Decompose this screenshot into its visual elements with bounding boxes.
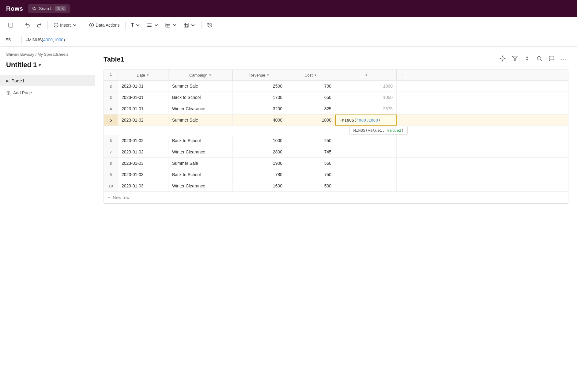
col-header-a[interactable]: Date ▼: [118, 70, 168, 80]
cell-e6[interactable]: [335, 135, 397, 146]
cell-c7[interactable]: 2800: [233, 146, 286, 157]
row-num-4: 4: [104, 103, 118, 114]
row-num-6: 6: [104, 135, 118, 146]
redo-button[interactable]: [34, 21, 44, 30]
undo-button[interactable]: [22, 21, 33, 30]
search-table-button[interactable]: [535, 54, 544, 65]
cell-c6[interactable]: 1000: [233, 135, 286, 146]
cell-c10[interactable]: 1600: [233, 180, 286, 191]
sidebar-toggle-button[interactable]: [6, 21, 16, 30]
cell-a6[interactable]: 2023-01-02: [118, 135, 168, 146]
svg-rect-2: [9, 23, 13, 27]
cell-d8[interactable]: 560: [286, 158, 335, 169]
cell-d2[interactable]: 700: [286, 81, 335, 92]
sort-button[interactable]: [522, 54, 532, 65]
autocomplete-hint-row: MINUS(value1, value2): [104, 126, 568, 135]
data-actions-button[interactable]: Data Actions: [86, 21, 122, 30]
col-header-d[interactable]: Cost ▼: [286, 70, 335, 80]
cell-d7[interactable]: 745: [286, 146, 335, 157]
add-column-button[interactable]: +: [397, 70, 408, 80]
data-actions-label: Data Actions: [96, 23, 120, 28]
add-page-icon: ⊕: [6, 89, 11, 96]
format-chevron-icon: [172, 22, 177, 28]
row-num-10: 10: [104, 180, 118, 191]
cell-d10[interactable]: 500: [286, 180, 335, 191]
cell-a8[interactable]: 2023-01-03: [118, 158, 168, 169]
col-header-c[interactable]: Revenue ▼: [233, 70, 286, 80]
history-button[interactable]: [205, 21, 215, 30]
col-header-b[interactable]: Campaign ▼: [168, 70, 233, 80]
table-row-selected: 5 2023-01-02 Summer Sale 4000 1000 =MINU…: [104, 115, 568, 126]
cell-b9[interactable]: Back to School: [168, 169, 233, 180]
search-label: Search: [39, 6, 52, 11]
cell-b3[interactable]: Back to School: [168, 92, 233, 103]
cell-c3[interactable]: 1700: [233, 92, 286, 103]
cell-a4[interactable]: 2023-01-01: [118, 103, 168, 114]
cell-b2[interactable]: Summer Sale: [168, 81, 233, 92]
align-button[interactable]: [144, 21, 161, 30]
cell-e8[interactable]: [335, 158, 397, 169]
cell-reference: E5: [6, 37, 18, 42]
table-actions: ⋯: [498, 54, 568, 65]
cell-d9[interactable]: 750: [286, 169, 335, 180]
export-icon: [183, 22, 189, 28]
col-header-e[interactable]: ▼: [335, 70, 397, 80]
spreadsheet: 1 Date ▼ Campaign ▼ Revenue ▼ Cost ▼: [104, 70, 568, 204]
table-row: 3 2023-01-01 Back to School 1700 650 105…: [104, 92, 568, 103]
cell-c8[interactable]: 1900: [233, 158, 286, 169]
cell-c4[interactable]: 3200: [233, 103, 286, 114]
col-b-sort-icon: ▼: [209, 74, 212, 77]
insert-button[interactable]: Insert: [51, 21, 80, 30]
cell-e10[interactable]: [335, 180, 397, 191]
cell-c2[interactable]: 2500: [233, 81, 286, 92]
search-button[interactable]: Search ⌘ K: [28, 4, 70, 13]
cell-a5[interactable]: 2023-01-02: [118, 115, 168, 126]
cell-a10[interactable]: 2023-01-03: [118, 180, 168, 191]
cell-b8[interactable]: Summer Sale: [168, 158, 233, 169]
cell-b6[interactable]: Back to School: [168, 135, 233, 146]
magic-button[interactable]: [498, 54, 507, 65]
cell-e5-editing[interactable]: =MINUS(4000,1000): [335, 115, 397, 126]
cell-d6[interactable]: 250: [286, 135, 335, 146]
cell-b7[interactable]: Winter Clearance: [168, 146, 233, 157]
more-options-button[interactable]: ⋯: [559, 55, 568, 64]
cell-e2[interactable]: 1800: [335, 81, 397, 92]
cell-b5[interactable]: Summer Sale: [168, 115, 233, 126]
cell-d3[interactable]: 650: [286, 92, 335, 103]
add-row-label: New row: [113, 195, 129, 200]
cell-d4[interactable]: 825: [286, 103, 335, 114]
cell-a2[interactable]: 2023-01-01: [118, 81, 168, 92]
cell-c5[interactable]: 4000: [233, 115, 286, 126]
add-page-button[interactable]: ⊕ Add Page: [0, 86, 95, 99]
table-row: 9 2023-01-03 Back to School 780 750: [104, 169, 568, 180]
cell-e4[interactable]: 2375: [335, 103, 397, 114]
formula-arg2: 1000: [54, 37, 63, 42]
sidebar-item-page1[interactable]: ▶ Page1: [0, 75, 95, 86]
page-label: Page1: [11, 78, 25, 83]
format-button[interactable]: [163, 21, 180, 30]
add-row-button[interactable]: + New row: [104, 192, 568, 203]
cell-e9[interactable]: [335, 169, 397, 180]
doc-title-chevron-icon[interactable]: ▾: [39, 62, 41, 68]
export-chevron-icon: [190, 22, 196, 28]
cell-a3[interactable]: 2023-01-01: [118, 92, 168, 103]
cell-b4[interactable]: Winter Clearance: [168, 103, 233, 114]
comment-button[interactable]: [547, 54, 556, 65]
toolbar-divider-5: [201, 21, 202, 29]
table-title: Table1: [104, 55, 124, 63]
main-layout: Shivani Bawsay / My Spreadsheets Untitle…: [0, 47, 577, 392]
font-button[interactable]: T: [129, 21, 143, 30]
cell-e3[interactable]: 1050: [335, 92, 397, 103]
cell-b10[interactable]: Winter Clearance: [168, 180, 233, 191]
search-icon: [32, 6, 36, 11]
cell-a9[interactable]: 2023-01-03: [118, 169, 168, 180]
cell-d5[interactable]: 1000: [286, 115, 335, 126]
toolbar-divider-1: [19, 21, 19, 29]
export-button[interactable]: [181, 21, 198, 30]
cell-a7[interactable]: 2023-01-02: [118, 146, 168, 157]
sidebar: Shivani Bawsay / My Spreadsheets Untitle…: [0, 47, 95, 392]
table-row: 8 2023-01-03 Summer Sale 1900 560: [104, 158, 568, 169]
filter-button[interactable]: [510, 54, 519, 65]
cell-e7[interactable]: [335, 146, 397, 157]
cell-c9[interactable]: 780: [233, 169, 286, 180]
